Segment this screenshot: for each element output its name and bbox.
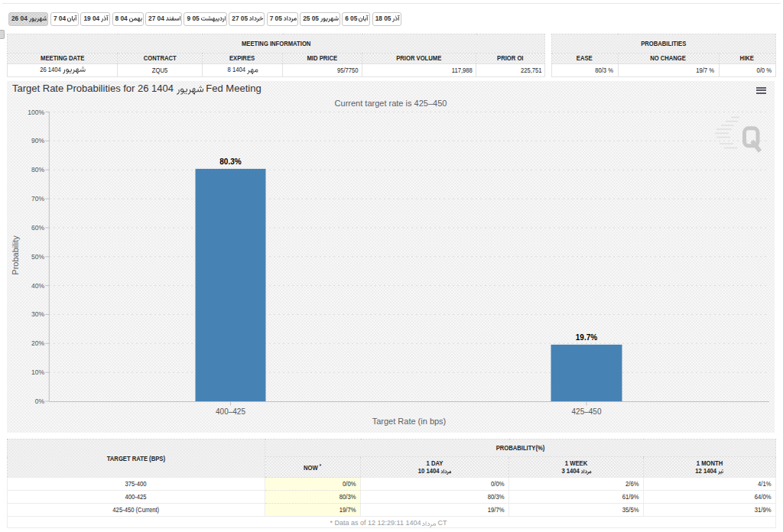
svg-text:90%: 90% <box>31 137 44 144</box>
svg-text:20%: 20% <box>31 339 44 347</box>
svg-text:Probability: Probability <box>11 235 20 275</box>
svg-text:Target Rate (in bps): Target Rate (in bps) <box>372 417 447 426</box>
svg-text:400–425: 400–425 <box>216 407 245 416</box>
svg-text:30%: 30% <box>31 310 44 318</box>
svg-text:50%: 50% <box>31 253 44 261</box>
svg-text:10%: 10% <box>31 368 44 376</box>
svg-text:80%: 80% <box>31 166 44 174</box>
svg-text:100%: 100% <box>28 109 44 116</box>
svg-text:70%: 70% <box>31 195 44 203</box>
svg-text:60%: 60% <box>31 224 44 232</box>
svg-text:425–450: 425–450 <box>572 407 602 416</box>
svg-text:40%: 40% <box>31 282 44 290</box>
svg-text:Current target rate is 425–450: Current target rate is 425–450 <box>335 99 447 108</box>
svg-text:19.7%: 19.7% <box>576 333 597 342</box>
svg-text:80.3%: 80.3% <box>219 157 241 166</box>
svg-text:0%: 0% <box>35 397 45 405</box>
